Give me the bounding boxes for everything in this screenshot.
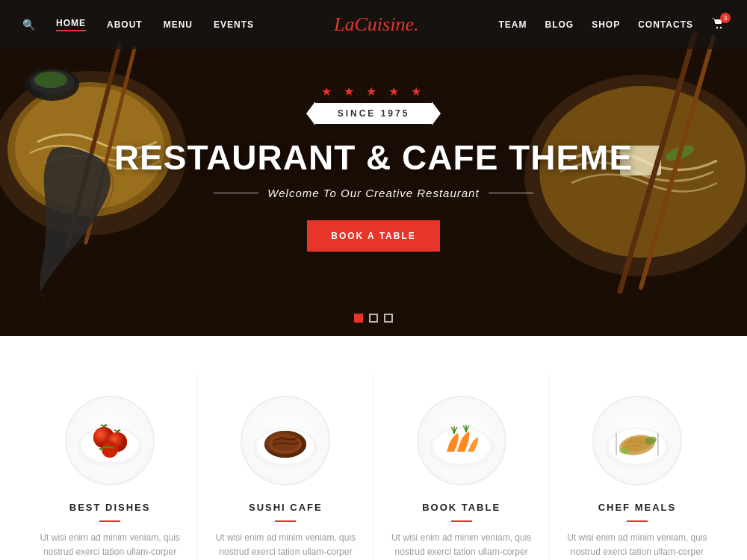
plate-carrots (417, 396, 506, 485)
feature-title-book-table: BOOK TABLE (422, 502, 500, 513)
feature-text-book-table: Ut wisi enim ad minim veniam, quis nostr… (389, 531, 534, 560)
nav-item-team[interactable]: TEAM (499, 19, 527, 30)
feature-text-chef-meals: Ut wisi enim ad minim veniam, quis nostr… (565, 531, 710, 560)
nav-item-shop[interactable]: SHOP (592, 19, 620, 30)
hero-ribbon: SINCE 1975 (315, 103, 433, 124)
subtitle-line-left (214, 193, 258, 193)
nav-item-menu[interactable]: MENU (164, 19, 193, 30)
navbar: 🔍 HOME ABOUT MENU EVENTS LaCuisine. TEAM… (0, 0, 747, 49)
feature-text-sushi-cafe: Ut wisi enim ad minim veniam, quis nostr… (213, 531, 358, 560)
hero-section: ★ ★ ★ ★ ★ SINCE 1975 RESTAURANT & CAFE T… (0, 0, 747, 336)
cart-icon[interactable]: 3 (711, 17, 725, 32)
hero-stars: ★ ★ ★ ★ ★ (321, 84, 426, 99)
nav-left: 🔍 HOME ABOUT MENU EVENTS (22, 18, 254, 31)
subtitle-line-right (489, 193, 533, 193)
nav-right: TEAM BLOG SHOP CONTACTS 3 (499, 17, 725, 32)
feature-divider-1 (99, 520, 120, 522)
feature-card-sushi-cafe: SUSHI CAFE Ut wisi enim ad minim veniam,… (198, 373, 374, 560)
book-table-button[interactable]: BOOK A TABLE (307, 220, 440, 252)
cart-badge: 3 (720, 13, 731, 23)
hero-title: RESTAURANT & CAFE THEME (114, 137, 633, 178)
feature-card-chef-meals: CHEF MEALS Ut wisi enim ad minim veniam,… (550, 373, 725, 560)
feature-title-best-dishes: BEST DISHES (69, 502, 151, 513)
nav-item-events[interactable]: EVENTS (214, 19, 254, 30)
hero-dot-1[interactable] (354, 314, 363, 323)
feature-title-chef-meals: CHEF MEALS (598, 502, 677, 513)
hero-content: ★ ★ ★ ★ ★ SINCE 1975 RESTAURANT & CAFE T… (0, 0, 747, 336)
hero-dot-2[interactable] (369, 314, 378, 323)
feature-divider-2 (275, 520, 296, 522)
plate-fish (592, 396, 682, 485)
plate-steak (241, 396, 330, 485)
site-logo[interactable]: LaCuisine. (334, 13, 418, 36)
hero-subtitle: Welcome To Our Creative Restaurant (214, 187, 533, 199)
features-section: BEST DISHES Ut wisi enim ad minim veniam… (0, 336, 747, 560)
feature-card-best-dishes: BEST DISHES Ut wisi enim ad minim veniam… (22, 373, 198, 560)
feature-divider-4 (627, 520, 648, 522)
plate-tomatoes (65, 396, 155, 485)
feature-text-best-dishes: Ut wisi enim ad minim veniam, quis nostr… (37, 531, 182, 560)
nav-item-about[interactable]: ABOUT (107, 19, 143, 30)
feature-title-sushi-cafe: SUSHI CAFE (249, 502, 323, 513)
hero-dots (354, 314, 393, 323)
nav-item-contacts[interactable]: CONTACTS (638, 19, 693, 30)
feature-card-book-table: BOOK TABLE Ut wisi enim ad minim veniam,… (374, 373, 550, 560)
search-icon[interactable]: 🔍 (22, 19, 35, 31)
nav-item-home[interactable]: HOME (56, 18, 86, 31)
feature-divider-3 (451, 520, 472, 522)
hero-dot-3[interactable] (384, 314, 393, 323)
svg-point-1 (720, 27, 722, 28)
svg-point-24 (102, 441, 118, 458)
nav-item-blog[interactable]: BLOG (545, 19, 574, 30)
svg-point-0 (716, 27, 718, 28)
